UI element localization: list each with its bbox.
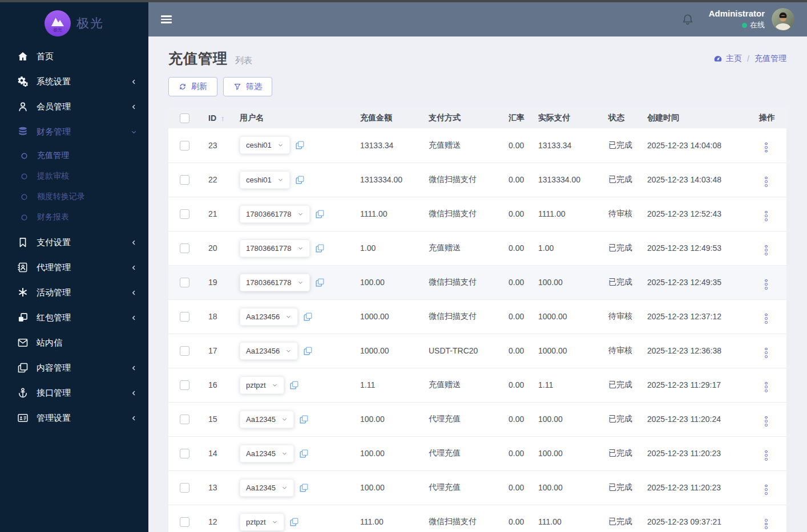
- row-checkbox[interactable]: [180, 278, 189, 287]
- row-checkbox[interactable]: [180, 312, 189, 322]
- copy-icon[interactable]: [303, 346, 313, 356]
- sidebar-subitem-withdrawal-review[interactable]: 提款审核: [0, 166, 148, 186]
- more-actions-button[interactable]: [765, 484, 768, 496]
- brand[interactable]: 极光 极光: [0, 2, 148, 44]
- sidebar-item-agent-management[interactable]: 代理管理: [0, 255, 148, 280]
- column-header-id[interactable]: ID↑: [197, 108, 228, 128]
- sidebar-item-content-management[interactable]: 内容管理: [0, 355, 148, 380]
- username-dropdown[interactable]: Aa123456: [240, 308, 298, 326]
- username-dropdown[interactable]: Aa12345: [240, 445, 294, 462]
- dashboard-icon: [713, 54, 723, 63]
- chevron-down-icon: [281, 485, 288, 491]
- username-dropdown[interactable]: Aa12345: [240, 479, 294, 497]
- column-header-actions: 操作: [748, 108, 786, 128]
- username-dropdown[interactable]: 17803661778: [240, 274, 310, 291]
- row-checkbox[interactable]: [180, 141, 189, 151]
- username-dropdown[interactable]: pztpzt: [240, 376, 284, 394]
- row-checkbox[interactable]: [180, 243, 189, 253]
- notification-bell-icon[interactable]: [681, 13, 694, 26]
- breadcrumb-current[interactable]: 充值管理: [754, 54, 786, 64]
- sidebar-item-system-settings[interactable]: 系统设置: [0, 69, 148, 94]
- sidebar-subitem-recharge-management[interactable]: 充值管理: [0, 145, 148, 166]
- row-checkbox[interactable]: [180, 346, 189, 356]
- column-header-created[interactable]: 创建时间: [636, 108, 748, 128]
- cell-status: 已完成: [597, 402, 636, 436]
- more-actions-button[interactable]: [765, 245, 768, 256]
- row-checkbox[interactable]: [180, 483, 189, 493]
- copy-icon[interactable]: [315, 278, 325, 287]
- sidebar-item-home[interactable]: 首页: [0, 44, 148, 69]
- sidebar-item-finance-management[interactable]: 财务管理: [0, 119, 148, 144]
- chevron-down-icon: [277, 142, 284, 148]
- toolbar: 刷新 筛选: [168, 77, 786, 96]
- breadcrumb-home[interactable]: 主页: [726, 54, 742, 64]
- copy-icon[interactable]: [289, 517, 299, 527]
- username-dropdown[interactable]: ceshi01: [240, 136, 290, 154]
- sidebar-item-activity-management[interactable]: 活动管理: [0, 280, 148, 305]
- filter-button[interactable]: 筛选: [223, 77, 272, 96]
- cell-rate: 0.00: [497, 163, 527, 197]
- copy-icon[interactable]: [299, 483, 309, 493]
- avatar[interactable]: [772, 8, 794, 31]
- cell-rate: 0.00: [497, 299, 527, 334]
- copy-icon[interactable]: [299, 449, 309, 458]
- more-actions-button[interactable]: [765, 381, 768, 393]
- cell-id: 13: [197, 470, 228, 505]
- menu-toggle-button[interactable]: [161, 15, 172, 23]
- column-header-amount[interactable]: 充值金额: [349, 108, 417, 128]
- sidebar-item-payment-settings[interactable]: 支付设置: [0, 230, 148, 255]
- more-actions-button[interactable]: [765, 416, 768, 427]
- sidebar-item-site-messages[interactable]: 站内信: [0, 330, 148, 355]
- copy-icon[interactable]: [303, 312, 313, 322]
- sidebar-item-api-management[interactable]: 接口管理: [0, 380, 148, 405]
- more-actions-button[interactable]: [765, 313, 768, 324]
- sidebar-item-member-management[interactable]: 会员管理: [0, 94, 148, 119]
- more-actions-button[interactable]: [765, 141, 768, 153]
- row-checkbox[interactable]: [180, 517, 189, 527]
- chevron-left-icon: [131, 290, 137, 296]
- cell-method: 充值赠送: [417, 231, 497, 265]
- username-dropdown[interactable]: 17803661778: [240, 205, 310, 223]
- username-dropdown[interactable]: ceshi01: [240, 171, 290, 189]
- row-checkbox[interactable]: [180, 175, 189, 185]
- more-actions-button[interactable]: [765, 210, 768, 222]
- row-checkbox[interactable]: [180, 380, 189, 390]
- column-header-method[interactable]: 支付方式: [417, 108, 497, 128]
- cell-id: 19: [197, 265, 228, 299]
- row-checkbox[interactable]: [180, 415, 189, 424]
- username-value: Aa123456: [246, 347, 280, 355]
- username-dropdown[interactable]: 17803661778: [240, 239, 310, 257]
- more-actions-button[interactable]: [765, 450, 768, 461]
- sidebar-subitem-quota-conversion-records[interactable]: 额度转换记录: [0, 186, 148, 207]
- copy-icon[interactable]: [315, 209, 325, 219]
- copy-icon[interactable]: [315, 243, 325, 253]
- more-actions-button[interactable]: [765, 279, 768, 290]
- refresh-button[interactable]: 刷新: [168, 77, 217, 96]
- copy-icon[interactable]: [289, 380, 299, 390]
- select-all-checkbox[interactable]: [180, 113, 189, 123]
- sidebar-item-admin-settings[interactable]: 管理设置: [0, 405, 148, 431]
- cell-created: 2025-12-23 14:04:08: [636, 128, 748, 163]
- chevron-left-icon: [131, 239, 137, 246]
- copy-icon[interactable]: [299, 415, 309, 424]
- more-actions-button[interactable]: [765, 518, 768, 530]
- column-header-actual[interactable]: 实际支付: [527, 108, 597, 128]
- column-header-status[interactable]: 状态: [597, 108, 636, 128]
- cell-status: 待审核: [597, 299, 636, 334]
- username-dropdown[interactable]: Aa12345: [240, 411, 294, 428]
- username-dropdown[interactable]: Aa123456: [240, 342, 298, 360]
- column-header-rate[interactable]: 汇率: [497, 108, 527, 128]
- user-meta[interactable]: Administrator 在线: [709, 9, 765, 30]
- copy-icon[interactable]: [295, 140, 305, 150]
- row-checkbox[interactable]: [180, 449, 189, 458]
- sidebar-subitem-financial-reports[interactable]: 财务报表: [0, 207, 148, 228]
- cell-status: 已完成: [597, 470, 636, 505]
- more-actions-button[interactable]: [765, 347, 768, 359]
- row-checkbox[interactable]: [180, 209, 189, 219]
- copy-icon[interactable]: [295, 175, 305, 185]
- sidebar-item-redpacket-management[interactable]: 红包管理: [0, 305, 148, 330]
- more-actions-button[interactable]: [765, 176, 768, 188]
- username-dropdown[interactable]: pztpzt: [240, 513, 284, 531]
- cell-method: 充值赠送: [417, 368, 497, 402]
- column-header-username[interactable]: 用户名: [228, 108, 349, 128]
